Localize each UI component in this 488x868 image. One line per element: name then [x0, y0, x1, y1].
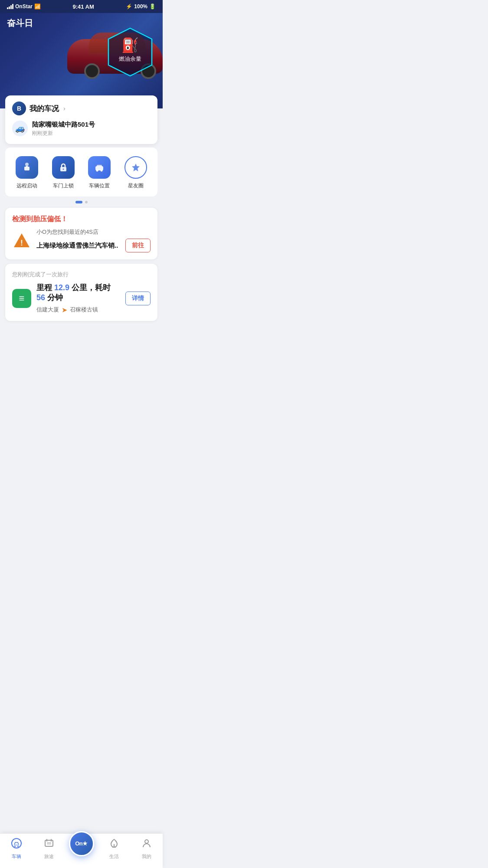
buick-logo-icon: B [12, 102, 26, 115]
trip-from: 信建大厦 [36, 306, 59, 314]
status-left: OnStar 📶 [7, 3, 41, 10]
trip-distance-label: 里程 [36, 283, 52, 292]
location-icon: 🚙 [12, 121, 28, 136]
svg-rect-3 [26, 166, 28, 167]
wifi-icon: 📶 [34, 3, 41, 10]
location-row: 🚙 陆家嘴银城中路501号 刚刚更新 [12, 121, 151, 137]
location-address: 陆家嘴银城中路501号 [32, 121, 151, 129]
door-lock-icon [52, 156, 75, 179]
dot-active [75, 201, 82, 203]
alert-title: 检测到胎压偏低！ [12, 215, 151, 224]
header-section: 奋斗日 ⛽ 燃油余量 [0, 13, 163, 108]
trip-header: 您刚刚完成了一次旅行 [12, 271, 151, 278]
vehicle-location-icon [88, 156, 111, 179]
dot-inactive [85, 201, 88, 203]
alert-shop-name: 上海绿地徐通雪佛兰汽车销.. [36, 242, 122, 250]
battery-label: 100% [134, 3, 147, 10]
page-title: 奋斗日 [7, 17, 33, 29]
svg-point-9 [101, 170, 103, 172]
action-star-circle-label: 星友圈 [128, 182, 144, 190]
svg-rect-7 [97, 165, 102, 167]
car-wheel-right [84, 63, 100, 79]
action-star-circle[interactable]: 星友圈 [121, 154, 151, 191]
trip-icon: ≡ [12, 289, 31, 308]
actions-grid: 远程启动 车门上锁 车辆位置 [9, 154, 154, 191]
trip-card: 您刚刚完成了一次旅行 ≡ 里程 12.9 公里，耗时 56 分钟 信建大厦 ➤ … [5, 264, 157, 321]
arrow-right-icon: ➤ [62, 306, 67, 314]
action-remote-start[interactable]: 远程启动 [12, 154, 42, 191]
svg-point-2 [25, 163, 29, 166]
trip-info: 里程 12.9 公里，耗时 56 分钟 信建大厦 ➤ 召稼楼古镇 [36, 283, 120, 314]
quick-actions-panel: 远程启动 车门上锁 车辆位置 [5, 147, 157, 197]
detail-button[interactable]: 详情 [125, 292, 151, 305]
trip-duration-unit: 分钟 [47, 293, 63, 302]
action-remote-start-label: 远程启动 [16, 182, 37, 190]
svg-point-8 [96, 170, 98, 172]
fuel-indicator: ⛽ 燃油余量 [106, 24, 154, 76]
vehicle-card: B 我的车况 › 🚙 陆家嘴银城中路501号 刚刚更新 [5, 95, 157, 144]
trip-stats: 里程 12.9 公里，耗时 56 分钟 [36, 283, 120, 303]
goto-button[interactable]: 前往 [125, 239, 151, 252]
hex-shape: ⛽ 燃油余量 [106, 26, 154, 74]
alert-body: ! 小O为您找到最近的4S店 上海绿地徐通雪佛兰汽车销.. 前往 [12, 228, 151, 252]
action-vehicle-location-label: 车辆位置 [89, 182, 110, 190]
trip-duration-value: 56 [36, 293, 45, 302]
action-vehicle-location[interactable]: 车辆位置 [85, 154, 114, 191]
trip-route: 信建大厦 ➤ 召稼楼古镇 [36, 306, 120, 314]
fuel-label: 燃油余量 [119, 55, 141, 63]
alert-text-area: 小O为您找到最近的4S店 上海绿地徐通雪佛兰汽车销.. 前往 [36, 228, 151, 252]
location-update-time: 刚刚更新 [32, 130, 151, 137]
trip-distance-value: 12.9 [54, 283, 69, 292]
location-info: 陆家嘴银城中路501号 刚刚更新 [32, 121, 151, 137]
signal-bars-icon [7, 4, 13, 9]
chevron-right-icon: › [63, 105, 66, 112]
carrier-label: OnStar [15, 3, 33, 10]
remote-start-icon [16, 156, 38, 179]
alert-shop-row: 上海绿地徐通雪佛兰汽车销.. 前往 [36, 239, 151, 252]
status-right: ⚡ 100% 🔋 [126, 3, 156, 10]
fuel-pump-icon: ⛽ [121, 37, 139, 53]
vehicle-status-row[interactable]: B 我的车况 › [12, 102, 151, 115]
hex-content: ⛽ 燃油余量 [119, 37, 141, 63]
svg-point-5 [62, 169, 64, 170]
alert-subtitle: 小O为您找到最近的4S店 [36, 228, 151, 236]
vehicle-status-label: 我的车况 [29, 104, 59, 114]
alert-card: 检测到胎压偏低！ ! 小O为您找到最近的4S店 上海绿地徐通雪佛兰汽车销.. 前… [5, 208, 157, 259]
battery-icon: 🔋 [149, 3, 156, 10]
bluetooth-icon: ⚡ [126, 3, 132, 10]
svg-marker-10 [132, 164, 140, 171]
trip-to: 召稼楼古镇 [70, 306, 98, 314]
star-circle-icon [124, 156, 147, 179]
action-door-lock[interactable]: 车门上锁 [49, 154, 78, 191]
status-bar: OnStar 📶 9:41 AM ⚡ 100% 🔋 [0, 0, 163, 13]
trip-distance-unit: 公里，耗时 [72, 283, 111, 292]
status-time: 9:41 AM [72, 3, 94, 10]
page-dots [0, 201, 163, 203]
action-door-lock-label: 车门上锁 [53, 182, 74, 190]
warning-icon: ! [12, 231, 31, 250]
trip-body: ≡ 里程 12.9 公里，耗时 56 分钟 信建大厦 ➤ 召稼楼古镇 详情 [12, 283, 151, 314]
svg-text:!: ! [20, 239, 23, 247]
